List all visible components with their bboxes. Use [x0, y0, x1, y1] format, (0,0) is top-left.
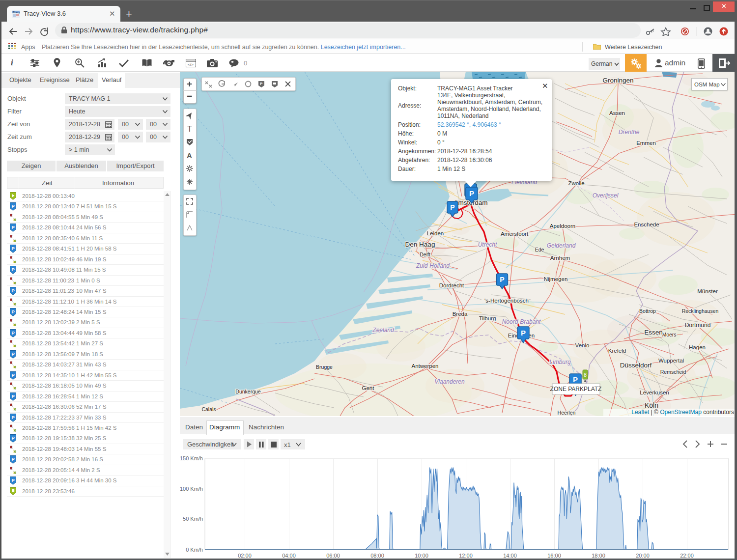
svg-text:✖: ✖: [13, 238, 16, 242]
svg-text:Amersfoort: Amersfoort: [501, 231, 529, 237]
svg-text:Gent: Gent: [362, 385, 375, 391]
svg-text:Vlaanderen: Vlaanderen: [434, 378, 465, 385]
svg-text:02:00: 02:00: [238, 553, 252, 559]
svg-text:Antwerpen: Antwerpen: [412, 363, 439, 369]
svg-text:✖: ✖: [13, 386, 16, 390]
svg-text:04:00: 04:00: [282, 553, 296, 559]
svg-text:P: P: [521, 329, 526, 337]
svg-text:8: 8: [584, 372, 587, 378]
svg-text:</>: </>: [188, 62, 194, 67]
svg-text:Leverkusen: Leverkusen: [640, 390, 669, 395]
svg-text:Calais: Calais: [201, 406, 216, 412]
svg-text:150 Km/h: 150 Km/h: [180, 455, 203, 461]
svg-text:✖: ✖: [13, 323, 16, 327]
svg-text:P: P: [12, 477, 15, 483]
svg-text:0 Km/h: 0 Km/h: [186, 547, 203, 553]
svg-text:Hagen: Hagen: [689, 344, 706, 350]
svg-text:Breda: Breda: [453, 311, 468, 317]
svg-text:Limburg: Limburg: [549, 359, 571, 365]
svg-text:22:00: 22:00: [680, 553, 694, 559]
svg-text:Tilburg: Tilburg: [479, 315, 496, 321]
svg-text:50 Km/h: 50 Km/h: [183, 516, 203, 522]
svg-text:P: P: [12, 435, 15, 441]
svg-text:Zeeland: Zeeland: [372, 327, 394, 334]
svg-text:Dordrecht: Dordrecht: [439, 282, 464, 288]
svg-text:06:00: 06:00: [326, 553, 340, 559]
svg-text:Delft: Delft: [420, 252, 430, 257]
svg-text:P: P: [12, 372, 15, 377]
svg-text:Zuid-Holland: Zuid-Holland: [416, 262, 450, 269]
svg-text:P: P: [469, 189, 474, 197]
svg-text:✖: ✖: [13, 259, 16, 263]
svg-text:P: P: [573, 375, 578, 384]
svg-text:✖: ✖: [13, 365, 16, 369]
svg-text:Düsseldorf: Düsseldorf: [620, 362, 652, 369]
svg-text:Zwolle: Zwolle: [568, 180, 584, 186]
svg-text:Wuppertal: Wuppertal: [658, 358, 684, 364]
svg-text:Overijssel: Overijssel: [593, 192, 619, 199]
svg-text:Ede: Ede: [535, 247, 544, 252]
svg-text:Essen: Essen: [644, 329, 663, 336]
svg-text:Arnhem: Arnhem: [550, 255, 570, 261]
svg-text:✖: ✖: [13, 470, 16, 474]
svg-text:P: P: [12, 309, 15, 314]
svg-text:Drenthe: Drenthe: [619, 129, 640, 136]
svg-text:20:00: 20:00: [636, 553, 650, 559]
svg-text:A: A: [187, 151, 192, 159]
svg-text:Brugge: Brugge: [316, 364, 333, 370]
svg-text:P: P: [12, 267, 15, 272]
svg-text:Recklinghausen: Recklinghausen: [682, 308, 719, 314]
svg-text:14:00: 14:00: [503, 553, 517, 559]
svg-text:✖: ✖: [13, 344, 16, 348]
svg-text:12:00: 12:00: [459, 553, 473, 559]
svg-text:✖: ✖: [13, 280, 16, 284]
svg-text:18:00: 18:00: [592, 553, 605, 559]
svg-text:08:00: 08:00: [370, 553, 384, 559]
svg-text:Enschede: Enschede: [634, 222, 659, 227]
svg-text:100 Km/h: 100 Km/h: [180, 486, 203, 492]
svg-text:P: P: [12, 414, 15, 420]
svg-text:✖: ✖: [13, 449, 16, 453]
svg-text:P: P: [450, 203, 454, 211]
svg-text:✖: ✖: [13, 302, 16, 306]
svg-text:✖: ✖: [13, 407, 16, 411]
svg-text:Assen: Assen: [609, 110, 625, 116]
svg-text:Remscheid: Remscheid: [660, 369, 686, 375]
svg-text:P: P: [12, 456, 15, 462]
svg-text:✖: ✖: [13, 428, 16, 432]
svg-text:Moers: Moers: [662, 332, 676, 337]
svg-text:ZONE PARKPLATZ: ZONE PARKPLATZ: [550, 386, 602, 392]
svg-text:P: P: [260, 82, 263, 86]
svg-text:P: P: [12, 246, 15, 251]
svg-text:16:00: 16:00: [547, 553, 561, 559]
svg-text:Krefeld: Krefeld: [608, 348, 626, 354]
svg-text:Emmen: Emmen: [636, 140, 656, 146]
svg-text:Groningen: Groningen: [602, 77, 633, 84]
svg-text:Apeldoorn: Apeldoorn: [550, 223, 575, 229]
svg-text:Bottrop: Bottrop: [639, 308, 656, 314]
svg-text:Venlo: Venlo: [575, 342, 590, 348]
svg-text:P: P: [12, 330, 15, 335]
svg-text:Dunkerque: Dunkerque: [235, 389, 261, 394]
svg-text:P: P: [12, 351, 15, 356]
svg-text:Dortmund: Dortmund: [685, 322, 711, 329]
svg-text:P: P: [12, 288, 15, 293]
svg-text:Tracy: Tracy: [13, 11, 20, 14]
svg-text:T: T: [187, 125, 192, 133]
svg-text:P: P: [12, 224, 15, 230]
svg-text:Nijmegen: Nijmegen: [544, 276, 568, 282]
svg-text:Leaflet | © OpenStreetMap cont: Leaflet | © OpenStreetMap contributors: [631, 409, 734, 416]
svg-text:✖: ✖: [13, 217, 16, 221]
svg-text:Noord-Brabant: Noord-Brabant: [502, 318, 541, 325]
svg-text:10:00: 10:00: [415, 553, 428, 559]
svg-text:Gelderland: Gelderland: [547, 242, 576, 249]
svg-text:Heerlen: Heerlen: [558, 410, 576, 416]
svg-text:P: P: [12, 393, 15, 398]
svg-text:Utrecht: Utrecht: [478, 241, 497, 248]
svg-text:Den Haag: Den Haag: [405, 241, 435, 248]
svg-text:'s-Hertogenbosch: 's-Hertogenbosch: [484, 298, 529, 304]
svg-text:Münster: Münster: [697, 288, 718, 294]
svg-text:P: P: [500, 276, 504, 283]
svg-text:Leiden: Leiden: [427, 230, 444, 236]
svg-text:P: P: [12, 203, 15, 209]
